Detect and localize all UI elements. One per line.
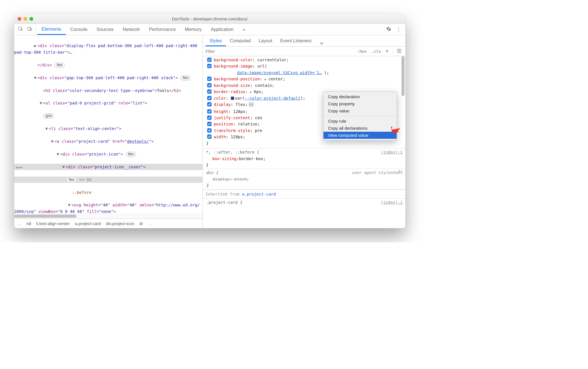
enable-decl-checkbox[interactable] [207,64,211,68]
layout-badge[interactable]: flex [54,62,65,68]
more-menu-icon[interactable]: ⋮ [396,26,401,33]
context-menu: Copy declaration Copy property Copy valu… [323,91,397,141]
ctx-copy-all-declarations[interactable]: Copy all declarations [323,125,397,132]
dom-href[interactable]: devtools/ [127,139,149,144]
enable-decl-checkbox[interactable] [207,83,211,87]
dom-attrv: project-card [79,139,108,144]
inherited-link[interactable]: a.project-card [242,192,276,196]
css-declaration[interactable]: background-image: url(data:image/svg+xml… [206,63,403,76]
dom-text: Tools [157,88,169,93]
tab-console[interactable]: Console [66,24,92,35]
css-property[interactable]: background-color [214,58,253,62]
css-property[interactable]: box-sizing [212,156,236,162]
inspect-element-icon[interactable] [18,26,23,33]
main-area: ▶<div class="display-flex pad-bottom-300… [14,35,405,228]
css-property[interactable]: background-position [214,77,260,81]
enable-decl-checkbox[interactable] [207,89,211,94]
subtab-event-listeners[interactable]: Event Listeners [276,36,315,46]
rule-origin[interactable]: (index):1 [381,199,403,206]
enable-decl-checkbox[interactable] [207,96,211,100]
css-property[interactable]: width [214,135,226,139]
tab-network[interactable]: Network [118,24,145,35]
css-property[interactable]: display [214,102,231,107]
enable-decl-checkbox[interactable] [207,128,211,133]
subtab-layout[interactable]: Layout [255,36,276,46]
css-property[interactable]: border-radius [214,89,245,94]
tab-sources[interactable]: Sources [92,24,118,35]
device-toolbar-icon[interactable] [27,26,32,33]
settings-icon[interactable] [386,26,391,33]
dom-attrv: text-align-center [75,126,117,131]
breadcrumb-item[interactable]: div.project-icon [106,221,134,226]
subtabs-overflow[interactable]: » [318,40,325,46]
ctx-copy-property[interactable]: Copy property [323,100,397,107]
ctx-copy-declaration[interactable]: Copy declaration [323,93,397,100]
dom-tree[interactable]: ▶<div class="display-flex pad-bottom-300… [14,35,202,213]
css-declaration[interactable]: background-size: contain; [206,82,403,89]
ctx-copy-value[interactable]: Copy value [323,107,397,114]
breadcrumb-item[interactable]: rid [26,221,31,226]
subtab-styles[interactable]: Styles [206,36,226,46]
tab-elements[interactable]: Elements [37,24,66,35]
rule-close-brace: } [206,182,403,188]
styles-v-scrollbar[interactable] [400,56,405,228]
rule-selector[interactable]: .project-card { [206,200,242,205]
css-property[interactable]: height [214,109,228,114]
css-property[interactable]: transform-style [214,128,250,133]
ctx-view-computed-value[interactable]: View computed value [323,132,397,139]
tab-memory[interactable]: Memory [180,24,206,35]
styles-body[interactable]: background-color: currentColor;backgroun… [203,56,405,228]
css-declaration[interactable]: background-color: currentColor; [206,57,403,63]
css-property[interactable]: position [214,122,233,126]
styles-filter-input[interactable] [203,47,356,55]
filter-hov-button[interactable]: :hov [356,49,369,54]
tab-application[interactable]: Application [206,24,238,35]
enable-decl-checkbox[interactable] [207,77,211,81]
filter-cls-button[interactable]: .cls [370,49,383,54]
enable-decl-checkbox[interactable] [207,135,211,139]
svg-rect-2 [30,28,32,30]
css-property[interactable]: background-size [214,83,250,88]
breadcrumb-item[interactable]: li.text-align-center [36,221,70,226]
dom-attrv: project-icon [89,152,119,156]
css-value[interactable]: border-box; [239,156,266,162]
rule-selector[interactable]: *, ::after, ::before { [206,150,259,154]
dom-tag: <div class=" [37,43,67,48]
css-property[interactable]: color [214,96,226,100]
selected-dom-node[interactable]: •••▼<div class="project-icon__cover"> [14,164,202,170]
breadcrumb-overflow-right[interactable]: … [148,221,152,226]
new-style-rule-icon[interactable]: + [384,47,390,55]
breadcrumb-item[interactable]: di [139,221,143,226]
dom-breadcrumb[interactable]: … rid li.text-align-center a.project-car… [14,219,202,228]
layout-badge[interactable]: flex [180,75,191,81]
subtab-computed[interactable]: Computed [226,36,255,46]
layout-badge[interactable]: flex [126,152,136,157]
tabs-overflow[interactable]: » [238,24,250,35]
dom-h-scrollbar[interactable] [14,213,202,219]
window-titlebar: DevTools - developer.chrome.com/docs/ [14,14,405,24]
dom-attrv: gap-top-300 pad-left-400 pad-right-400 s… [67,76,173,80]
enable-decl-checkbox[interactable] [207,102,211,106]
console-ref: == $0 [77,177,91,182]
rule-origin[interactable]: (index):1 [381,149,403,155]
breadcrumb-overflow-left[interactable]: … [17,221,21,226]
rule-selector: div { [206,170,218,175]
enable-decl-checkbox[interactable] [207,109,211,114]
toggle-sidebar-icon[interactable] [395,48,403,54]
breadcrumb-item[interactable]: a.project-card [75,221,101,226]
layout-badge[interactable]: flex [66,177,77,183]
css-property[interactable]: justify-content [214,116,250,120]
layout-badge[interactable]: grid [43,113,54,119]
dom-tag: <div class=" [60,152,89,156]
tab-performance[interactable]: Performance [144,24,180,35]
enable-decl-checkbox[interactable] [207,58,211,62]
css-property[interactable]: background-image [214,64,253,68]
dom-tagend: "> [142,101,147,105]
css-declaration[interactable]: background-position: ▶ center; [206,76,403,82]
dom-tagend: "> [173,76,178,80]
dom-attrv: color-secondary-text type--eyebrow [70,88,152,93]
enable-decl-checkbox[interactable] [207,122,211,126]
ctx-copy-rule[interactable]: Copy rule [323,118,397,125]
enable-decl-checkbox[interactable] [207,116,211,120]
svg-rect-1 [28,27,30,30]
